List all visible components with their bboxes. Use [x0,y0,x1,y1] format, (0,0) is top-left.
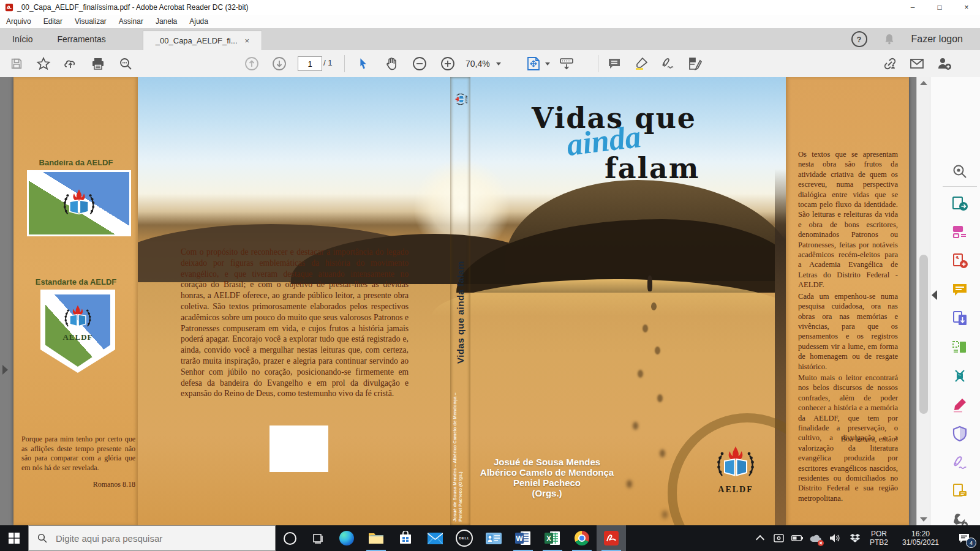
reading-mode-icon[interactable] [557,54,576,73]
taskbar-acrobat-icon[interactable] [597,525,626,551]
next-page-icon[interactable] [270,54,288,73]
hand-tool-icon[interactable] [382,54,401,73]
send-email-icon[interactable] [908,54,926,73]
right-flap-p1: Os textos que se apresentam nesta obra s… [798,149,898,290]
taskbar-dell-icon[interactable]: DELL [450,525,479,551]
combine-files-icon[interactable] [948,306,972,331]
tray-language-indicator[interactable]: POR PTB2 [865,530,893,547]
expand-left-pane-icon[interactable] [2,365,8,375]
tray-battery-icon[interactable] [788,525,806,551]
share-link-icon[interactable] [881,54,899,73]
menu-visualizar[interactable]: Visualizar [75,17,107,26]
right-flap-text: Os textos que se apresentam nesta obra s… [798,149,898,503]
taskbar-chrome-icon[interactable] [567,525,597,551]
fill-and-sign-icon[interactable] [948,450,972,474]
print-icon[interactable] [89,54,107,73]
tab-document[interactable]: _00_Capa_AELDF_fi... × [143,31,262,50]
search-tool-icon[interactable] [948,159,972,184]
redact-icon[interactable] [948,392,972,417]
tab-ferramentas[interactable]: Ferramentas [45,28,118,50]
stamp-edit-icon[interactable] [686,54,704,73]
taskbar-excel-icon[interactable]: X [538,525,567,551]
taskbar-file-explorer-icon[interactable] [361,525,391,551]
create-pdf-icon[interactable] [948,249,972,273]
task-view-icon[interactable] [304,525,332,551]
menu-arquivo[interactable]: Arquivo [6,17,31,26]
vertical-scrollbar[interactable] [916,77,930,525]
window-title: _00_Capa_AELDF_finalíssima.pdf - Adobe A… [17,3,249,12]
windows-taskbar: DELL W X [0,525,980,551]
save-icon[interactable] [7,54,26,73]
front-title-line3: falam [605,152,700,185]
taskbar-word-icon[interactable]: W [508,525,538,551]
document-area: Vidas que ainda falam Josué de Sousa Men… [0,77,930,525]
menu-assinar[interactable]: Assinar [119,17,143,26]
scroll-up-icon[interactable] [920,81,927,85]
highlight-tool-icon[interactable] [632,54,650,73]
right-flap-p2: Cada um empenhou-se numa pesquisa cuidad… [798,291,898,372]
back-cover-blurb: Com o propósito de reconhecer e destacar… [181,247,409,399]
close-tab-icon[interactable]: × [245,36,250,45]
tray-volume-icon[interactable] [826,525,845,551]
cortana-icon[interactable] [276,525,304,551]
fit-page-dropdown[interactable] [526,54,550,73]
tray-clock[interactable]: 16:20 31/05/2021 [893,530,948,547]
compress-pdf-icon[interactable] [948,364,972,388]
protect-icon[interactable] [948,421,972,446]
maximize-button[interactable]: □ [926,0,953,15]
tray-display-icon[interactable] [769,525,788,551]
organize-pages-icon[interactable] [948,220,972,244]
previous-page-icon[interactable] [243,54,261,73]
right-flap: Os textos que se apresentam nesta obra s… [786,77,909,525]
menu-janela[interactable]: Janela [156,17,177,26]
login-link[interactable]: Fazer logon [911,34,963,45]
scrollbar-thumb[interactable] [919,255,928,414]
edit-pdf-icon[interactable] [948,335,972,359]
zoom-level-value: 70,4% [466,59,490,69]
search-icon[interactable] [116,54,135,73]
collapse-panel-icon[interactable] [932,290,937,300]
standard-caption: Estandarte da AELDF [23,277,129,287]
close-button[interactable]: × [953,0,980,15]
tray-onedrive-error-icon[interactable] [806,525,826,551]
tray-dropbox-icon[interactable] [845,525,865,551]
minimize-button[interactable]: – [899,0,926,15]
tab-document-label: _00_Capa_AELDF_fi... [156,36,238,45]
select-tool-icon[interactable] [354,54,372,73]
taskbar-contacts-icon[interactable] [479,525,508,551]
search-icon [37,533,47,543]
sign-tool-icon[interactable] [659,54,677,73]
export-pdf-icon[interactable] [948,191,972,216]
front-logo-label: AELDF [711,485,760,495]
menu-ajuda[interactable]: Ajuda [189,17,208,26]
request-signatures-icon[interactable] [935,54,953,73]
zoom-out-icon[interactable] [410,54,429,73]
page-number-input[interactable] [298,56,322,71]
scroll-down-icon[interactable] [920,517,927,522]
taskbar-edge-icon[interactable] [332,525,361,551]
zoom-in-icon[interactable] [439,54,457,73]
flap-quote: Porque para mim tenho por certo que as a… [21,435,135,473]
tools-panel [930,77,980,525]
comment-tool-panel-icon[interactable] [948,277,972,302]
right-flap-closing: Boa leitura, então! [798,435,898,444]
zoom-level-dropdown[interactable]: 70,4% [466,54,501,73]
taskbar-mail-icon[interactable] [420,525,450,551]
taskbar-store-icon[interactable] [391,525,420,551]
comment-tool-icon[interactable] [605,54,624,73]
cloud-upload-icon[interactable] [61,54,80,73]
notifications-bell-icon[interactable] [883,33,895,45]
start-button[interactable] [0,525,28,551]
menu-editar[interactable]: Editar [43,17,62,26]
spine-title: Vidas que ainda falam [450,235,470,364]
taskbar-search[interactable] [28,525,276,551]
taskbar-search-input[interactable] [55,533,259,544]
action-center-icon[interactable]: 4 [948,525,980,551]
help-icon[interactable]: ? [851,31,867,47]
send-for-review-icon[interactable] [948,479,972,503]
tab-bar: Início Ferramentas _00_Capa_AELDF_fi... … [0,28,980,50]
tray-chevron-icon[interactable] [751,525,769,551]
walking-person [647,276,652,291]
star-favorites-icon[interactable] [34,54,53,73]
tab-inicio[interactable]: Início [0,28,45,50]
